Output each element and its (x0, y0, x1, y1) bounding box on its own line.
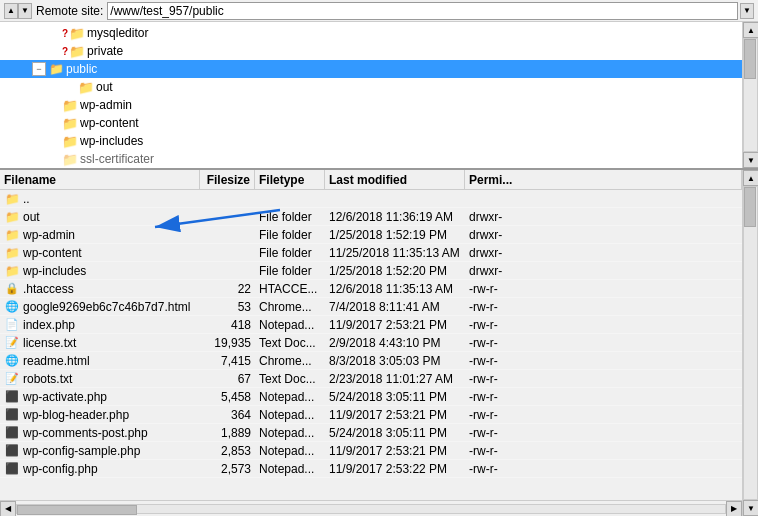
folder-icon-wp-includes-list: 📁 (4, 264, 20, 278)
file-cell-type-out: File folder (255, 208, 325, 225)
file-icon-htaccess: 🔒 (4, 282, 20, 296)
tree-right-scrollbar[interactable]: ▲ ▼ (742, 22, 758, 168)
file-row-out[interactable]: 📁 out File folder 12/6/2018 11:36:19 AM … (0, 208, 742, 226)
file-icon-license: 📝 (4, 336, 20, 350)
bottom-scrollbar[interactable]: ◀ ▶ (0, 500, 742, 516)
tree-label-wp-includes: wp-includes (80, 134, 143, 148)
col-header-lastmod[interactable]: Last modified (325, 170, 465, 189)
tree-item-mysqleditor[interactable]: ? 📁 mysqleditor (0, 24, 742, 42)
remote-nav-btn[interactable]: ▼ (740, 3, 754, 19)
file-cell-type-parent (255, 190, 325, 207)
folder-icon-wp-admin-list: 📁 (4, 228, 20, 242)
tree-item-wp-content[interactable]: 📁 wp-content (0, 114, 742, 132)
file-scrollbar-thumb[interactable] (744, 187, 756, 227)
tree-scrollbar-thumb[interactable] (744, 39, 756, 79)
scroll-down-btn[interactable]: ▼ (18, 3, 32, 19)
col-header-filename[interactable]: Filename (0, 170, 200, 189)
remote-site-input[interactable] (107, 2, 738, 20)
file-row-parent[interactable]: 📁 .. (0, 190, 742, 208)
file-row-readme[interactable]: 🌐 readme.html 7,415 Chrome... 8/3/2018 3… (0, 352, 742, 370)
scroll-left-btn[interactable]: ◀ (0, 501, 16, 517)
folder-icon-wp-admin: 📁 (62, 98, 78, 112)
file-row-wp-activate[interactable]: ⬛ wp-activate.php 5,458 Notepad... 5/24/… (0, 388, 742, 406)
chrome-icon-google: 🌐 (4, 300, 20, 314)
folder-icon-wp-content-list: 📁 (4, 246, 20, 260)
tree-item-ssl[interactable]: 📁 ssl-certificater (0, 150, 742, 168)
file-row-license[interactable]: 📝 license.txt 19,935 Text Doc... 2/9/201… (0, 334, 742, 352)
scroll-right-btn[interactable]: ▶ (726, 501, 742, 517)
file-cell-name-out: 📁 out (0, 208, 200, 225)
remote-site-bar: ▲ ▼ Remote site: ▼ (0, 0, 758, 22)
file-cell-size-parent (200, 190, 255, 207)
folder-icon-wp-includes: 📁 (62, 134, 78, 148)
file-icon-wp-comments-post: ⬛ (4, 426, 20, 440)
tree-scroll-up[interactable]: ▲ (743, 22, 758, 38)
file-row-wp-admin[interactable]: 📁 wp-admin File folder 1/25/2018 1:52:19… (0, 226, 742, 244)
folder-icon-public: 📁 (48, 62, 64, 76)
tree-label-wp-admin: wp-admin (80, 98, 132, 112)
tree-expand-public[interactable]: − (32, 62, 46, 76)
col-header-filesize[interactable]: Filesize (200, 170, 255, 189)
tree-label-private: private (87, 44, 123, 58)
main-area: Filename Filesize Filetype Last modified… (0, 170, 758, 516)
tree-label-public: public (66, 62, 97, 76)
file-icon-wp-config: ⬛ (4, 462, 20, 476)
file-list: 📁 .. 📁 out (0, 190, 742, 500)
tree-item-public[interactable]: − 📁 public (0, 60, 742, 78)
tree-item-wp-includes[interactable]: 📁 wp-includes (0, 132, 742, 150)
tree-panel: ? 📁 mysqleditor ? 📁 private − 📁 public (0, 22, 758, 170)
file-area: Filename Filesize Filetype Last modified… (0, 170, 758, 516)
file-cell-mod-out: 12/6/2018 11:36:19 AM (325, 208, 465, 225)
tree-item-wp-admin[interactable]: 📁 wp-admin (0, 96, 742, 114)
folder-icon-out: 📁 (78, 80, 94, 94)
file-scrollbar-track[interactable] (743, 186, 758, 500)
file-row-wp-comments-post[interactable]: ⬛ wp-comments-post.php 1,889 Notepad... … (0, 424, 742, 442)
tree-item-private[interactable]: ? 📁 private (0, 42, 742, 60)
file-cell-name-wp-admin: 📁 wp-admin (0, 226, 200, 243)
tree-item-out[interactable]: 📁 out (0, 78, 742, 96)
file-row-wp-config-sample[interactable]: ⬛ wp-config-sample.php 2,853 Notepad... … (0, 442, 742, 460)
file-row-index-php[interactable]: 📄 index.php 418 Notepad... 11/9/2017 2:5… (0, 316, 742, 334)
file-row-wp-content[interactable]: 📁 wp-content File folder 11/25/2018 11:3… (0, 244, 742, 262)
bottom-scrollbar-track[interactable] (16, 504, 726, 514)
bottom-scrollbar-thumb[interactable] (17, 505, 137, 515)
file-cell-size-out (200, 208, 255, 225)
file-icon-index-php: 📄 (4, 318, 20, 332)
tree-label-out: out (96, 80, 113, 94)
file-scroll-down[interactable]: ▼ (743, 500, 758, 516)
file-row-wp-blog-header[interactable]: ⬛ wp-blog-header.php 364 Notepad... 11/9… (0, 406, 742, 424)
folder-icon-ssl: 📁 (62, 152, 78, 166)
file-row-google[interactable]: 🌐 google9269eb6c7c46b7d7.html 53 Chrome.… (0, 298, 742, 316)
file-row-wp-config[interactable]: ⬛ wp-config.php 2,573 Notepad... 11/9/20… (0, 460, 742, 478)
folder-icon-mysqleditor: 📁 (69, 26, 85, 40)
col-header-filetype[interactable]: Filetype (255, 170, 325, 189)
tree-label-wp-content: wp-content (80, 116, 139, 130)
file-row-robots[interactable]: 📝 robots.txt 67 Text Doc... 2/23/2018 11… (0, 370, 742, 388)
tree-scrollbar-track[interactable] (743, 38, 758, 152)
file-icon-robots: 📝 (4, 372, 20, 386)
file-scroll-up[interactable]: ▲ (743, 170, 758, 186)
folder-icon-private: 📁 (69, 44, 85, 58)
question-icon-private: ? (62, 46, 68, 57)
tree-label-ssl: ssl-certificater (80, 152, 154, 166)
file-icon-wp-config-sample: ⬛ (4, 444, 20, 458)
folder-up-icon: 📁 (4, 192, 20, 206)
file-cell-name-parent: 📁 .. (0, 190, 200, 207)
file-icon-wp-activate: ⬛ (4, 390, 20, 404)
scroll-up-btn[interactable]: ▲ (4, 3, 18, 19)
col-header-perms[interactable]: Permi... (465, 170, 742, 189)
remote-site-label: Remote site: (36, 4, 103, 18)
file-icon-wp-blog-header: ⬛ (4, 408, 20, 422)
chrome-icon-readme: 🌐 (4, 354, 20, 368)
tree-label-mysqleditor: mysqleditor (87, 26, 148, 40)
file-cell-mod-parent (325, 190, 465, 207)
folder-icon-out-list: 📁 (4, 210, 20, 224)
file-right-scrollbar[interactable]: ▲ ▼ (742, 170, 758, 516)
question-icon-mysqleditor: ? (62, 28, 68, 39)
file-row-htaccess[interactable]: 🔒 .htaccess 22 HTACCE... 12/6/2018 11:35… (0, 280, 742, 298)
file-cell-perms-out: drwxr- (465, 208, 742, 225)
tree-scroll-down[interactable]: ▼ (743, 152, 758, 168)
file-row-wp-includes[interactable]: 📁 wp-includes File folder 1/25/2018 1:52… (0, 262, 742, 280)
folder-icon-wp-content: 📁 (62, 116, 78, 130)
file-list-header[interactable]: Filename Filesize Filetype Last modified… (0, 170, 742, 190)
